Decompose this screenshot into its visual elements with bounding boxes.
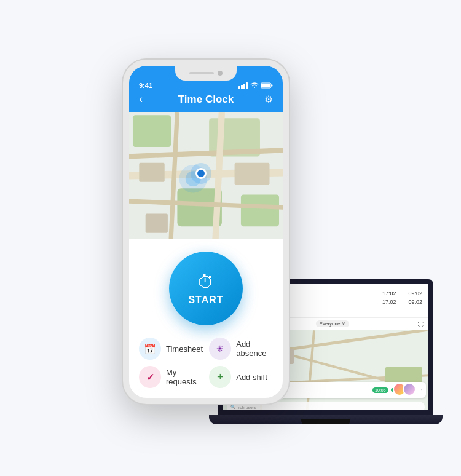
svg-rect-0	[238, 86, 240, 89]
phone-header: ‹ Time Clock ⚙	[129, 90, 283, 112]
timer-icon: ⏱	[197, 272, 215, 292]
everyone-badge[interactable]: Everyone ∨	[316, 320, 349, 327]
map-avatar-5	[403, 383, 416, 396]
col1: -	[406, 307, 408, 314]
settings-button[interactable]: ⚙	[258, 93, 273, 105]
quick-actions-grid: 📅 Timesheet ✳ Add absence ✓ My requests	[139, 338, 273, 388]
battery-icon	[261, 82, 273, 89]
add-absence-action[interactable]: ✳ Add absence	[209, 338, 273, 360]
absence-icon-circle: ✳	[209, 338, 231, 360]
svg-rect-18	[235, 163, 270, 185]
wifi-icon	[250, 82, 259, 89]
requests-icon-circle: ✓	[139, 366, 161, 388]
phone: 9:41	[123, 60, 289, 404]
expand-icon[interactable]: ⛶	[418, 321, 424, 327]
location-dot	[195, 168, 207, 179]
col1: 17:02	[382, 290, 396, 296]
timesheet-label: Timesheet	[166, 344, 203, 354]
add-shift-action[interactable]: + Add shift	[209, 366, 273, 388]
phone-bottom: ⏱ START 📅 Timesheet ✳ Add absence	[129, 239, 283, 398]
addshift-icon-circle: +	[209, 366, 231, 388]
svg-rect-1	[241, 85, 243, 89]
laptop-base	[209, 415, 443, 424]
back-button[interactable]: ‹	[139, 93, 154, 106]
svg-rect-5	[261, 84, 270, 87]
time-badge: 10:06	[372, 387, 388, 393]
signal-icon	[238, 82, 248, 89]
requests-icon: ✓	[146, 371, 154, 383]
status-icons	[238, 82, 273, 89]
search-icon: 🔍	[230, 405, 236, 410]
absence-icon: ✳	[216, 344, 224, 354]
svg-rect-8	[133, 115, 171, 147]
chevron-right-icon: ›	[421, 388, 422, 392]
svg-rect-2	[243, 84, 245, 89]
start-label: START	[188, 295, 223, 306]
timesheet-icon: 📅	[144, 343, 156, 355]
phone-map	[129, 112, 283, 239]
camera	[218, 71, 223, 76]
col1: 17:02	[382, 299, 396, 305]
phone-notch	[175, 66, 237, 81]
col2: 09:02	[408, 290, 422, 296]
scene: 17:02 09:02 17:02 09:02 - - Location	[0, 0, 461, 476]
svg-rect-11	[241, 195, 279, 227]
svg-rect-6	[271, 85, 273, 87]
col2: -	[420, 307, 422, 314]
add-absence-label: Add absence	[236, 339, 273, 358]
add-shift-label: Add shift	[236, 373, 267, 382]
svg-rect-17	[139, 163, 164, 182]
svg-rect-19	[146, 214, 168, 233]
status-time: 9:41	[139, 82, 152, 89]
svg-rect-3	[246, 82, 248, 89]
timesheet-icon-circle: 📅	[139, 338, 161, 360]
col2: 09:02	[408, 299, 422, 305]
my-requests-action[interactable]: ✓ My requests	[139, 366, 203, 388]
start-button[interactable]: ⏱ START	[169, 252, 243, 325]
speaker	[189, 72, 214, 74]
my-requests-label: My requests	[166, 368, 203, 386]
search-placeholder: rch users	[238, 405, 256, 410]
addshift-icon: +	[217, 371, 224, 384]
timesheet-action[interactable]: 📅 Timesheet	[139, 338, 203, 360]
page-title: Time Clock	[154, 93, 258, 106]
